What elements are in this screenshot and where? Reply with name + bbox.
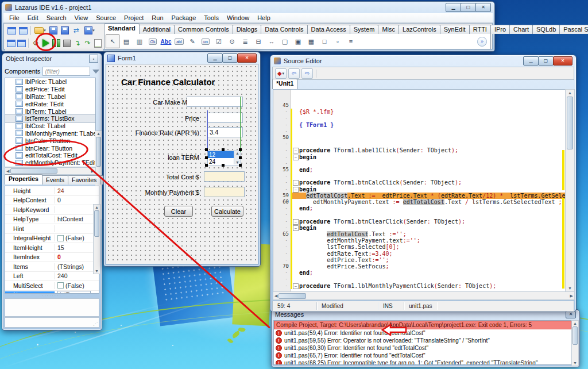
- selection-handle[interactable]: [239, 156, 242, 159]
- maximize-button[interactable]: ▢: [461, 3, 476, 12]
- filter-funnel-icon[interactable]: [92, 70, 99, 74]
- property-value[interactable]: (False): [55, 282, 99, 289]
- selection-handle[interactable]: [205, 164, 208, 167]
- menu-window[interactable]: Window: [223, 14, 253, 22]
- selection-handle[interactable]: [239, 164, 242, 167]
- tradiogroup-icon[interactable]: ▣: [292, 35, 304, 48]
- tedit-icon[interactable]: abI: [173, 35, 185, 48]
- palette-tab-pascal-script[interactable]: Pascal Script: [559, 25, 588, 34]
- palette-tab-ipro[interactable]: IPro: [490, 25, 510, 34]
- tree-item-edtMonthlyPayment[interactable]: edtMonthlyPayment: TEdit: [5, 159, 95, 167]
- tmemo-icon[interactable]: ✎: [186, 35, 199, 48]
- selection-handle[interactable]: [239, 148, 242, 151]
- tpopupmenu-icon[interactable]: ▥: [133, 35, 146, 48]
- close-button[interactable]: ✕: [475, 3, 491, 12]
- property-row-hint[interactable]: Hint: [5, 224, 99, 234]
- messages-scrollbar[interactable]: ▲ ▼: [571, 320, 579, 366]
- message-error-row-2[interactable]: !unit1.pas(59,55) Error: Operator is not…: [274, 337, 571, 344]
- fold-minus-icon[interactable]: –: [293, 180, 299, 186]
- menu-tools[interactable]: Tools: [200, 14, 222, 22]
- property-row-integralheight[interactable]: IntegralHeight(False): [5, 234, 99, 244]
- property-value[interactable]: 24: [55, 187, 99, 194]
- selection-handle[interactable]: [222, 164, 225, 167]
- tree-item-lblMonthlyPayment[interactable]: lblMonthlyPayment: TLabel: [5, 130, 95, 137]
- tscrollbar-icon[interactable]: ↔: [265, 35, 278, 48]
- tree-item-lblCost[interactable]: lblCost: TLabel: [5, 122, 95, 130]
- tbutton-icon[interactable]: Ok: [146, 35, 159, 48]
- view-forms-icon[interactable]: [17, 38, 26, 48]
- finance-rate-field[interactable]: 3.4: [207, 127, 243, 137]
- menu-search[interactable]: Search: [43, 14, 70, 22]
- message-error-row-4[interactable]: !unit1.pas(65,7) Error: Identifier not f…: [274, 352, 571, 359]
- palette-tab-data-controls[interactable]: Data Controls: [261, 25, 307, 34]
- tframe-icon[interactable]: ▫: [331, 35, 344, 48]
- menu-package[interactable]: Package: [168, 14, 200, 22]
- menu-view[interactable]: View: [71, 14, 92, 22]
- car-make-model-field[interactable]: [187, 97, 243, 107]
- property-value[interactable]: 0: [55, 253, 99, 260]
- palette-tab-dialogs[interactable]: Dialogs: [233, 25, 262, 34]
- tree-item-lblRate[interactable]: lblRate: TLabel: [5, 93, 95, 101]
- total-cost-field[interactable]: [204, 171, 245, 182]
- tcheckbox-icon[interactable]: ☑: [212, 35, 225, 48]
- tradiobutton-icon[interactable]: ⊙: [226, 35, 238, 48]
- fold-minus-icon[interactable]: –: [293, 225, 299, 231]
- menu-help[interactable]: Help: [254, 14, 274, 22]
- property-row-helptype[interactable]: HelpTypehtContext: [5, 215, 99, 225]
- tmainmenu-icon[interactable]: ▤: [120, 35, 133, 48]
- oi-tab-events[interactable]: Events: [42, 175, 68, 184]
- message-error-row-5[interactable]: !unit1.pas(68,25) Error: Incompatible ty…: [274, 359, 571, 365]
- palette-tab-standard[interactable]: Standard: [104, 24, 140, 34]
- property-row-multiselect[interactable]: MultiSelect(False): [5, 281, 99, 291]
- tcheckgroup-icon[interactable]: ▦: [305, 35, 318, 48]
- property-row-itemindex[interactable]: ItemIndex0: [5, 253, 99, 263]
- oi-tab-properties[interactable]: Properties: [5, 174, 42, 184]
- property-value[interactable]: (TStrings): [55, 263, 99, 270]
- splitter[interactable]: ········: [5, 294, 99, 297]
- source-editor-titlebar[interactable]: Source Editor ▁ ▢ ✕: [270, 55, 576, 67]
- fold-minus-icon[interactable]: –: [293, 148, 299, 153]
- ttogglebox-icon[interactable]: on: [199, 35, 212, 48]
- run-button[interactable]: [41, 38, 51, 48]
- editor-horizontal-scrollbar[interactable]: ◀ ▶: [273, 291, 575, 300]
- palette-tab-common-controls[interactable]: Common Controls: [174, 25, 233, 34]
- resize-grip[interactable]: ⋰: [93, 321, 98, 326]
- view-source-icon[interactable]: [94, 38, 103, 48]
- form1-maximize-button[interactable]: ▢: [222, 53, 238, 63]
- tree-item-btnCalc[interactable]: btnCalc: TButton: [5, 137, 95, 144]
- stop-button[interactable]: [63, 38, 72, 48]
- tab-unit1[interactable]: *Unit1: [272, 79, 297, 89]
- property-value[interactable]: 0: [55, 197, 99, 203]
- selection-handle[interactable]: [205, 148, 208, 151]
- message-error-row-3[interactable]: !unit1.pas(60,30) Error: Identifier not …: [274, 344, 571, 352]
- menu-run[interactable]: Run: [148, 14, 167, 22]
- palette-tab-additional[interactable]: Additional: [139, 25, 175, 34]
- tree-item-edtRate[interactable]: edtRate: TEdit: [5, 100, 95, 107]
- oi-tab-favorites[interactable]: Favorites: [68, 175, 100, 184]
- editor-vertical-scrollbar[interactable]: ▲ ▼: [565, 89, 575, 292]
- calculate-button[interactable]: Calculate: [211, 206, 243, 217]
- sync-edit-icon[interactable]: ⇄: [71, 25, 82, 36]
- price-field[interactable]: [207, 113, 243, 123]
- fold-minus-icon[interactable]: –: [293, 283, 299, 289]
- property-value[interactable]: (False): [55, 235, 99, 241]
- property-row-itemheight[interactable]: ItemHeight15: [5, 243, 99, 253]
- step-over-icon[interactable]: ↷: [83, 38, 92, 48]
- messages-close-button[interactable]: ✕: [566, 311, 576, 318]
- se-close-button[interactable]: ✕: [553, 56, 572, 66]
- grid-vertical-scrollbar[interactable]: ▲ ▼: [93, 204, 100, 274]
- palette-overflow-button[interactable]: »: [477, 37, 487, 47]
- tlabel-icon[interactable]: Abc: [160, 35, 172, 48]
- palette-tab-sqldb[interactable]: SQLdb: [532, 25, 560, 34]
- menu-file[interactable]: File: [6, 14, 23, 22]
- property-value[interactable]: htContext: [55, 216, 99, 222]
- tree-item-lstTerms[interactable]: lstTerms: TListBox: [5, 115, 95, 122]
- form1-titlebar[interactable]: Form1 ▁ ▢ ✕: [104, 52, 260, 64]
- property-row-height[interactable]: Height24: [5, 186, 99, 196]
- save-icon[interactable]: [48, 25, 59, 36]
- palette-tab-misc[interactable]: Misc: [378, 25, 399, 34]
- tgroupbox-icon[interactable]: ▢: [278, 35, 291, 48]
- form1-design-surface[interactable]: Car Finance Calculator Car Make Model Pr…: [106, 64, 258, 264]
- property-row-left[interactable]: Left240: [5, 272, 99, 282]
- ide-titlebar[interactable]: Lazarus IDE v1.6 - project1 ▁ ▢ ✕: [2, 2, 494, 13]
